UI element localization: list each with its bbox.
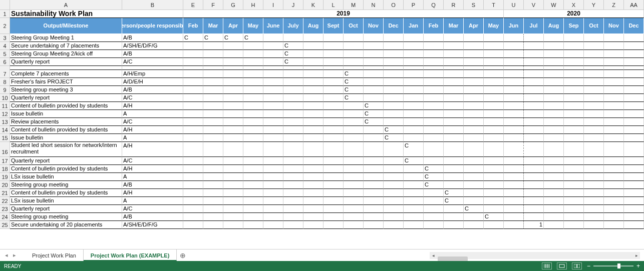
- month-cell-r22-c20[interactable]: [584, 213, 604, 221]
- header-month-nov-9[interactable]: Nov: [364, 18, 384, 34]
- month-cell-r22-c11[interactable]: [404, 213, 424, 221]
- month-cell-r22-c17[interactable]: [524, 213, 544, 221]
- month-cell-r5-c17[interactable]: [524, 70, 544, 78]
- month-cell-r22-c4[interactable]: [263, 213, 283, 221]
- month-cell-r17-c8[interactable]: [344, 173, 364, 181]
- month-cell-r5-c12[interactable]: [424, 70, 444, 78]
- month-cell-r7-c14[interactable]: [464, 86, 484, 94]
- month-cell-r20-c12[interactable]: [424, 197, 444, 205]
- month-cell-r19-c0[interactable]: [183, 189, 203, 197]
- month-cell-r2-c13[interactable]: [444, 50, 464, 58]
- month-cell-r10-c13[interactable]: [444, 110, 464, 118]
- month-cell-r16-c18[interactable]: [544, 165, 564, 173]
- month-cell-r7-c20[interactable]: [584, 86, 604, 94]
- month-cell-r18-c13[interactable]: [444, 181, 464, 189]
- month-cell-r16-c22[interactable]: [624, 165, 644, 173]
- header-month-apr-14[interactable]: Apr: [464, 18, 484, 34]
- month-cell-r2-c7[interactable]: [324, 50, 344, 58]
- month-cell-r3-c12[interactable]: [424, 58, 444, 66]
- month-cell-r21-c14[interactable]: C: [464, 205, 484, 213]
- month-cell-r18-c2[interactable]: [223, 181, 243, 189]
- month-cell-r19-c3[interactable]: [243, 189, 263, 197]
- col-header-U[interactable]: U: [504, 0, 524, 10]
- header-month-apr-2[interactable]: Apr: [223, 18, 243, 34]
- month-cell-r7-c22[interactable]: [624, 86, 644, 94]
- month-cell-r2-c9[interactable]: [364, 50, 384, 58]
- month-cell-r10-c9[interactable]: C: [364, 110, 384, 118]
- month-cell-r18-c10[interactable]: [384, 181, 404, 189]
- month-cell-r0-c19[interactable]: [564, 34, 584, 42]
- month-cell-r5-c9[interactable]: [364, 70, 384, 78]
- month-cell-r16-c13[interactable]: [444, 165, 464, 173]
- month-cell-r0-c7[interactable]: [324, 34, 344, 42]
- month-cell-r20-c16[interactable]: [504, 197, 524, 205]
- month-cell-r16-c16[interactable]: [504, 165, 524, 173]
- month-cell-r21-c16[interactable]: [504, 205, 524, 213]
- month-cell-r17-c4[interactable]: [263, 173, 283, 181]
- row-header-22[interactable]: 22: [0, 197, 10, 205]
- month-cell-r14-c13[interactable]: [444, 142, 464, 157]
- row-header-12[interactable]: 12: [0, 110, 10, 118]
- person-cell-r7[interactable]: A/B: [122, 86, 183, 94]
- month-cell-r1-c5[interactable]: C: [283, 42, 303, 50]
- month-cell-r18-c15[interactable]: [484, 181, 504, 189]
- month-cell-r10-c6[interactable]: [303, 110, 324, 118]
- header-month-mar-13[interactable]: Mar: [444, 18, 464, 34]
- month-cell-r20-c5[interactable]: [283, 197, 303, 205]
- month-cell-r19-c19[interactable]: [564, 189, 584, 197]
- month-cell-r10-c3[interactable]: [243, 110, 263, 118]
- month-cell-r19-c20[interactable]: [584, 189, 604, 197]
- month-cell-r16-c5[interactable]: [283, 165, 303, 173]
- month-cell-r21-c9[interactable]: [364, 205, 384, 213]
- row-header-24[interactable]: 24: [0, 213, 10, 221]
- month-cell-r6-c11[interactable]: [404, 78, 424, 86]
- month-cell-r16-c3[interactable]: [243, 165, 263, 173]
- month-cell-r13-c15[interactable]: [484, 134, 504, 142]
- month-cell-r3-c20[interactable]: [584, 58, 604, 66]
- gap-cell[interactable]: [283, 66, 303, 70]
- row-header-6[interactable]: 6: [0, 58, 10, 66]
- output-cell-r18[interactable]: Steering group meeting: [10, 181, 122, 189]
- output-cell-r5[interactable]: Complete 7 placements: [10, 70, 122, 78]
- month-cell-r23-c15[interactable]: [484, 221, 504, 229]
- month-cell-r16-c20[interactable]: [584, 165, 604, 173]
- month-cell-r20-c22[interactable]: [624, 197, 644, 205]
- month-cell-r15-c6[interactable]: [303, 157, 324, 165]
- month-cell-r20-c20[interactable]: [584, 197, 604, 205]
- month-cell-r14-c15[interactable]: [484, 142, 504, 157]
- month-cell-r17-c5[interactable]: [283, 173, 303, 181]
- row-header-15[interactable]: 15: [0, 134, 10, 142]
- month-cell-r17-c16[interactable]: [504, 173, 524, 181]
- row-header-5[interactable]: 5: [0, 50, 10, 58]
- month-cell-r22-c3[interactable]: [243, 213, 263, 221]
- month-cell-r1-c21[interactable]: [604, 42, 624, 50]
- month-cell-r2-c14[interactable]: [464, 50, 484, 58]
- month-cell-r12-c17[interactable]: [524, 126, 544, 134]
- month-cell-r21-c5[interactable]: [283, 205, 303, 213]
- month-cell-r14-c9[interactable]: [364, 142, 384, 157]
- month-cell-r7-c13[interactable]: [444, 86, 464, 94]
- month-cell-r6-c20[interactable]: [584, 78, 604, 86]
- month-cell-r17-c11[interactable]: [404, 173, 424, 181]
- month-cell-r3-c2[interactable]: [223, 58, 243, 66]
- month-cell-r8-c12[interactable]: [424, 94, 444, 102]
- month-cell-r6-c3[interactable]: [243, 78, 263, 86]
- month-cell-r2-c17[interactable]: [524, 50, 544, 58]
- month-cell-r5-c0[interactable]: [183, 70, 203, 78]
- month-cell-r6-c22[interactable]: [624, 78, 644, 86]
- month-cell-r1-c9[interactable]: [364, 42, 384, 50]
- month-cell-r18-c20[interactable]: [584, 181, 604, 189]
- month-cell-r14-c2[interactable]: [223, 142, 243, 157]
- month-cell-r20-c19[interactable]: [564, 197, 584, 205]
- month-cell-r8-c16[interactable]: [504, 94, 524, 102]
- month-cell-r8-c5[interactable]: [283, 94, 303, 102]
- month-cell-r0-c17[interactable]: [524, 34, 544, 42]
- gap-cell[interactable]: [122, 66, 183, 70]
- gap-cell[interactable]: [223, 66, 243, 70]
- month-cell-r12-c18[interactable]: [544, 126, 564, 134]
- month-cell-r15-c4[interactable]: [263, 157, 283, 165]
- col-header-K[interactable]: K: [303, 0, 324, 10]
- month-cell-r18-c3[interactable]: [243, 181, 263, 189]
- header-month-jan-11[interactable]: Jan: [404, 18, 424, 34]
- output-cell-r23[interactable]: Secure undertaking of 20 placements: [10, 221, 122, 229]
